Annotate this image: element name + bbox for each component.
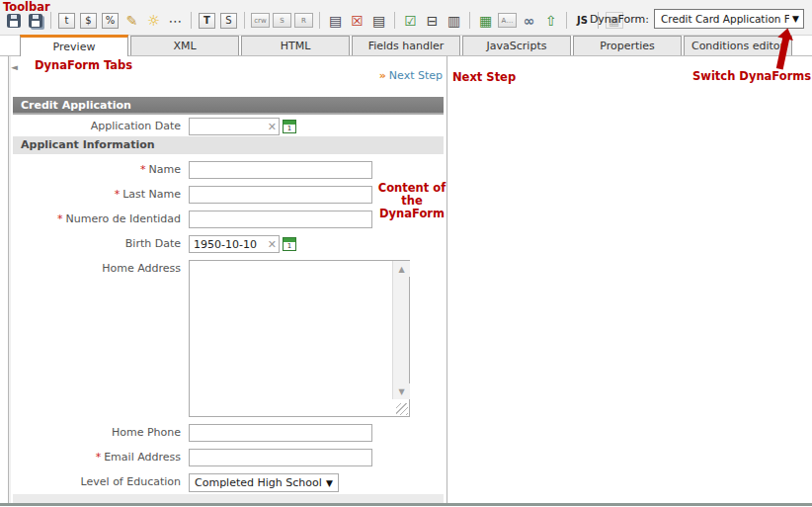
chevron-down-icon: ▼ bbox=[792, 14, 799, 24]
annotation-content-of-dynaform: Content of the DynaForm bbox=[372, 182, 451, 220]
next-step-icon: » bbox=[379, 69, 386, 82]
field-label: *Name bbox=[9, 161, 181, 179]
field-label: Home Address bbox=[9, 260, 181, 278]
toolbar-separator bbox=[244, 12, 245, 29]
section-bar-partial bbox=[13, 494, 444, 503]
birth-date-input[interactable]: 1950-10-10 ✕ bbox=[189, 235, 280, 253]
collapse-icon[interactable]: ◄ bbox=[11, 62, 18, 72]
field-label: *Email Address bbox=[9, 449, 181, 466]
dynaform-select-value: Credit Card Application Form bbox=[661, 13, 789, 25]
required-asterisk: * bbox=[96, 451, 102, 464]
clear-date-icon[interactable]: ✕ bbox=[268, 238, 277, 251]
tab-xml[interactable]: XML bbox=[130, 36, 239, 55]
link-field-icon[interactable]: ∞ bbox=[520, 11, 538, 30]
textarea-field-icon[interactable]: ⋯ bbox=[166, 11, 185, 30]
email-address-input[interactable] bbox=[189, 449, 372, 466]
grid-field-icon[interactable]: ▤ bbox=[326, 11, 345, 30]
subtitle-field-icon[interactable]: S bbox=[219, 11, 238, 30]
caption-s-icon[interactable]: S bbox=[273, 11, 291, 30]
annotation-switch-dynaforms: Switch DynaForms bbox=[692, 69, 811, 83]
preview-panel: ◄ » Next Step Credit Application Applica… bbox=[8, 56, 447, 503]
clear-date-icon[interactable]: ✕ bbox=[268, 121, 277, 133]
field-label: Level of Education bbox=[9, 473, 181, 491]
field-label: Birth Date bbox=[9, 235, 181, 253]
toolbar-separator bbox=[319, 12, 320, 29]
level-of-education-select[interactable]: Completed High School ▼ bbox=[189, 473, 339, 492]
autocomplete-field-icon[interactable]: A… bbox=[498, 11, 517, 30]
toolbar-separator bbox=[469, 12, 470, 29]
field-row-birth-date: Birth Date 1950-10-10 ✕ 1 bbox=[9, 235, 447, 253]
annotation-dynaform-tabs: DynaForm Tabs bbox=[35, 58, 132, 72]
tab-fields-handler[interactable]: Fields handler bbox=[352, 36, 460, 55]
dynaform-label: DynaForm: bbox=[590, 13, 649, 26]
field-row-level-of-education: Level of Education Completed High School… bbox=[9, 473, 447, 492]
tab-properties[interactable]: Properties bbox=[573, 36, 682, 55]
home-phone-input[interactable] bbox=[189, 424, 372, 442]
home-address-textarea[interactable]: ▲ ▼ bbox=[189, 260, 410, 417]
text-field-icon[interactable]: t bbox=[57, 11, 76, 30]
required-asterisk: * bbox=[115, 188, 121, 201]
field-label: *Numero de Identidad bbox=[9, 211, 181, 228]
section-title: Credit Application bbox=[13, 97, 444, 115]
dynaform-editor: t$%✎☼⋯TScrwSR▤☒▤☑⊟▥▦A…∞⇧JS▦ DynaForm: Cr… bbox=[0, 0, 812, 507]
field-row-name: *Name bbox=[9, 161, 447, 179]
field-label: Application Date bbox=[9, 118, 181, 135]
percentage-field-icon[interactable]: % bbox=[101, 11, 120, 30]
toolbar-separator bbox=[191, 12, 192, 29]
toolbar-separator bbox=[394, 12, 395, 29]
toolbar-separator bbox=[566, 12, 567, 29]
next-step-link[interactable]: » Next Step bbox=[379, 69, 443, 82]
title-field-icon[interactable]: T bbox=[198, 11, 216, 30]
required-asterisk: * bbox=[57, 212, 63, 225]
field-label: Home Phone bbox=[9, 424, 181, 442]
caption-crw-icon[interactable]: crw bbox=[251, 11, 270, 30]
calendar-icon[interactable]: 1 bbox=[283, 237, 296, 251]
yesno-field-icon[interactable]: ☒ bbox=[348, 11, 366, 30]
toolbar-icons: t$%✎☼⋯TScrwSR▤☒▤☑⊟▥▦A…∞⇧JS▦ bbox=[4, 11, 623, 30]
scroll-up-icon[interactable]: ▲ bbox=[393, 261, 410, 277]
file-field-icon[interactable]: ⇧ bbox=[541, 11, 560, 30]
dynaform-tabstrip: PreviewXMLHTMLFields handlerJavaScriptsP… bbox=[0, 36, 812, 56]
next-step-label: Next Step bbox=[389, 69, 443, 82]
bottom-border bbox=[0, 503, 812, 506]
scrollbar[interactable]: ▲ ▼ bbox=[392, 261, 409, 399]
last-name-input[interactable] bbox=[189, 186, 372, 204]
tab-conditions-editor[interactable]: Conditions editor bbox=[684, 36, 792, 55]
application-date-input[interactable]: ✕ bbox=[189, 118, 280, 135]
dynaform-select[interactable]: Credit Card Application Form ▼ bbox=[654, 9, 804, 29]
scroll-down-icon[interactable]: ▼ bbox=[393, 383, 410, 399]
radiogroup-field-icon[interactable]: ⊟ bbox=[423, 11, 442, 30]
dropdown-field-icon[interactable]: ▤ bbox=[369, 11, 388, 30]
annotation-next-step: Next Step bbox=[452, 70, 516, 84]
field-row-home-phone: Home Phone bbox=[9, 424, 447, 442]
field-row-email-address: *Email Address bbox=[9, 449, 447, 466]
field-row-home-address: Home Address ▲ ▼ bbox=[9, 260, 447, 417]
name-input[interactable] bbox=[189, 161, 372, 179]
required-asterisk: * bbox=[140, 163, 146, 176]
toolbar-separator bbox=[50, 12, 51, 29]
dynaform-switcher: DynaForm: Credit Card Application Form ▼ bbox=[590, 9, 804, 29]
listbox-field-icon[interactable]: ▥ bbox=[445, 11, 463, 30]
tab-html[interactable]: HTML bbox=[241, 36, 350, 55]
annotation-toolbar: Toolbar bbox=[3, 0, 50, 14]
tab-javascripts[interactable]: JavaScripts bbox=[462, 36, 571, 55]
suggest-field-icon[interactable]: ✎ bbox=[122, 11, 141, 30]
date-field-icon[interactable]: ▦ bbox=[476, 11, 495, 30]
caption-r-icon[interactable]: R bbox=[294, 11, 313, 30]
toolbar: t$%✎☼⋯TScrwSR▤☒▤☑⊟▥▦A…∞⇧JS▦ DynaForm: Cr… bbox=[0, 0, 812, 36]
currency-field-icon[interactable]: $ bbox=[79, 11, 98, 30]
field-label: *Last Name bbox=[9, 186, 181, 204]
numero-de-identidad-input[interactable] bbox=[189, 211, 372, 228]
subsection-title: Applicant Information bbox=[13, 136, 444, 154]
resize-grip[interactable] bbox=[396, 403, 408, 415]
chevron-down-icon: ▼ bbox=[326, 478, 333, 488]
hint-icon[interactable]: ☼ bbox=[144, 11, 163, 30]
field-row-application-date: Application Date ✕ 1 bbox=[9, 118, 447, 135]
calendar-icon[interactable]: 1 bbox=[283, 120, 296, 133]
tab-preview[interactable]: Preview bbox=[20, 35, 128, 56]
checkbox-field-icon[interactable]: ☑ bbox=[401, 11, 420, 30]
